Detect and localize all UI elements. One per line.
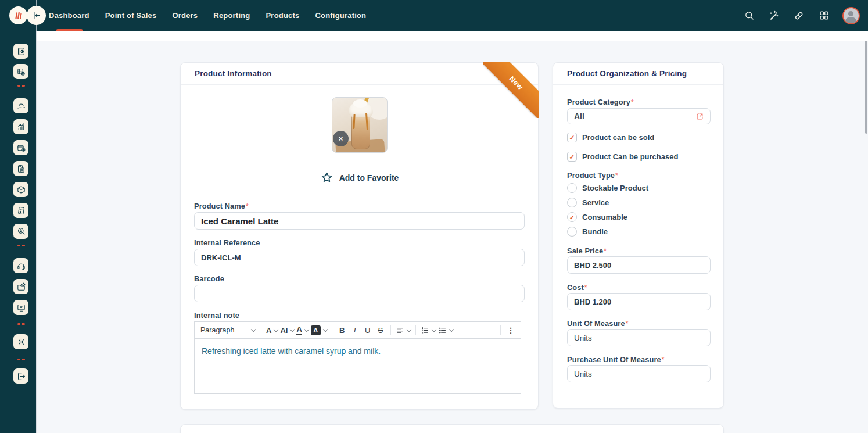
bullet-list-dropdown[interactable] [437, 323, 454, 337]
toolbar-separator [332, 325, 332, 335]
barcode-input[interactable] [194, 285, 525, 302]
chevron-down-icon [323, 327, 328, 331]
required-asterisk: * [662, 356, 665, 364]
purchase-unit-of-measure-input[interactable] [567, 365, 711, 382]
magic-wand-icon[interactable] [767, 9, 780, 22]
check-icon: ✓ [569, 214, 575, 221]
underline-button[interactable]: U [361, 323, 374, 337]
screen: Dashboard Point of Sales Orders Reportin… [0, 0, 868, 433]
nav-item-reporting[interactable]: Reporting [213, 11, 250, 20]
pill-icon[interactable] [792, 9, 805, 22]
chevron-down-icon [251, 327, 256, 331]
vertical-scrollbar[interactable] [865, 36, 867, 134]
required-asterisk: * [615, 171, 618, 180]
settings-gear-icon[interactable] [13, 334, 28, 349]
sale-price-label: Sale Price* [567, 245, 607, 256]
unit-of-measure-input[interactable] [567, 329, 711, 346]
new-ribbon-label: New [508, 74, 525, 91]
hand-serving-icon[interactable] [13, 98, 28, 113]
product-can-be-purchased-checkbox[interactable]: ✓ Product Can be purchased [567, 152, 678, 162]
barcode-label: Barcode [194, 273, 224, 284]
add-to-favorite-button[interactable]: Add to Favorite [181, 171, 538, 184]
check-icon: ✓ [569, 153, 575, 161]
chevron-down-icon [432, 327, 436, 331]
search-icon[interactable] [743, 9, 755, 22]
font-family-dropdown[interactable]: A [265, 323, 279, 337]
search-user-icon[interactable] [13, 224, 28, 239]
purchase-unit-of-measure-label: Purchase Unit Of Measure* [567, 354, 664, 364]
active-menu-indicator [56, 29, 83, 31]
toolbar-separator [261, 325, 261, 335]
required-asterisk: * [584, 284, 587, 292]
nav-item-dashboard[interactable]: Dashboard [49, 11, 89, 20]
apps-grid-icon[interactable] [817, 9, 830, 22]
cost-label: Cost* [567, 282, 587, 292]
nav-item-point-of-sales[interactable]: Point of Sales [105, 11, 157, 20]
radio-service[interactable]: Service [567, 198, 609, 207]
remove-image-button[interactable]: × [333, 131, 349, 146]
unit-of-measure-label: Unit Of Measure* [567, 318, 628, 328]
sidebar-separator [17, 323, 25, 325]
italic-button[interactable]: I [349, 323, 361, 337]
product-can-be-sold-checkbox[interactable]: ✓ Product can be sold [567, 133, 654, 142]
image-cream [353, 99, 367, 108]
sales-chart-icon[interactable] [13, 119, 28, 134]
radio-bundle[interactable]: Bundle [567, 227, 608, 237]
pos-terminal-icon[interactable] [13, 203, 28, 218]
register-book-icon[interactable] [13, 44, 28, 59]
toolbar-separator [390, 325, 391, 335]
payment-screen-icon[interactable] [13, 300, 28, 315]
checkbox-checked: ✓ [567, 133, 577, 142]
more-options-button[interactable]: ⋮ [504, 323, 517, 337]
product-information-card: Product Information New × Add to F [180, 62, 539, 410]
internal-note-text: Refreshing iced latte with caramel syrup… [202, 346, 381, 356]
radio-unselected [567, 227, 577, 237]
product-name-input[interactable] [194, 212, 525, 230]
richtext-editor-area[interactable]: Refreshing iced latte with caramel syrup… [194, 339, 521, 394]
radio-unselected [567, 198, 577, 207]
external-link-icon[interactable] [695, 112, 704, 121]
organization-title: Product Organization & Pricing [567, 69, 687, 78]
highlight-color-dropdown[interactable]: A [310, 323, 328, 337]
bold-button[interactable]: B [336, 323, 349, 337]
box-add-icon[interactable] [13, 140, 28, 155]
package-icon[interactable] [13, 182, 28, 197]
chevron-down-icon [407, 327, 411, 331]
top-navbar: Dashboard Point of Sales Orders Reportin… [0, 0, 868, 31]
radio-consumable[interactable]: ✓ Consumable [567, 212, 627, 222]
user-avatar[interactable] [842, 7, 860, 24]
sidebar-separator [17, 245, 25, 246]
product-category-field [567, 108, 711, 124]
sidebar-collapse-button[interactable] [27, 6, 46, 25]
internal-note-label: Internal note [194, 310, 239, 320]
numbered-list-icon [421, 326, 429, 335]
required-asterisk: * [631, 98, 634, 106]
brand-logo[interactable] [9, 6, 27, 24]
radio-stockable-product[interactable]: Stockable Product [567, 183, 648, 193]
kanban-calculator-icon[interactable] [13, 64, 28, 79]
font-size-dropdown[interactable]: AI [279, 323, 295, 337]
numbered-list-dropdown[interactable] [419, 323, 437, 337]
paragraph-style-dropdown[interactable]: Paragraph [198, 326, 257, 334]
nav-item-orders[interactable]: Orders [172, 11, 198, 20]
strikethrough-button[interactable]: S [374, 323, 387, 337]
sidebar-divider [36, 0, 37, 433]
breadcrumb-bar [37, 31, 868, 41]
required-asterisk: * [626, 320, 629, 328]
text-align-dropdown[interactable] [394, 323, 412, 337]
product-category-input[interactable] [567, 108, 711, 124]
sale-price-input[interactable] [567, 256, 711, 274]
folder-document-icon[interactable] [13, 279, 28, 294]
logout-icon[interactable] [13, 368, 28, 384]
internal-reference-input[interactable] [194, 249, 525, 266]
headset-icon[interactable] [13, 258, 28, 273]
font-color-dropdown[interactable]: A [295, 323, 309, 337]
nav-item-products[interactable]: Products [266, 11, 300, 20]
nav-item-configuration[interactable]: Configuration [315, 11, 366, 20]
required-asterisk: * [246, 202, 249, 210]
check-icon: ✓ [569, 134, 575, 142]
product-type-label: Product Type* [567, 170, 618, 180]
cost-input[interactable] [567, 293, 711, 310]
clipboard-calculator-icon[interactable] [13, 161, 28, 176]
add-to-favorite-label: Add to Favorite [339, 173, 399, 182]
